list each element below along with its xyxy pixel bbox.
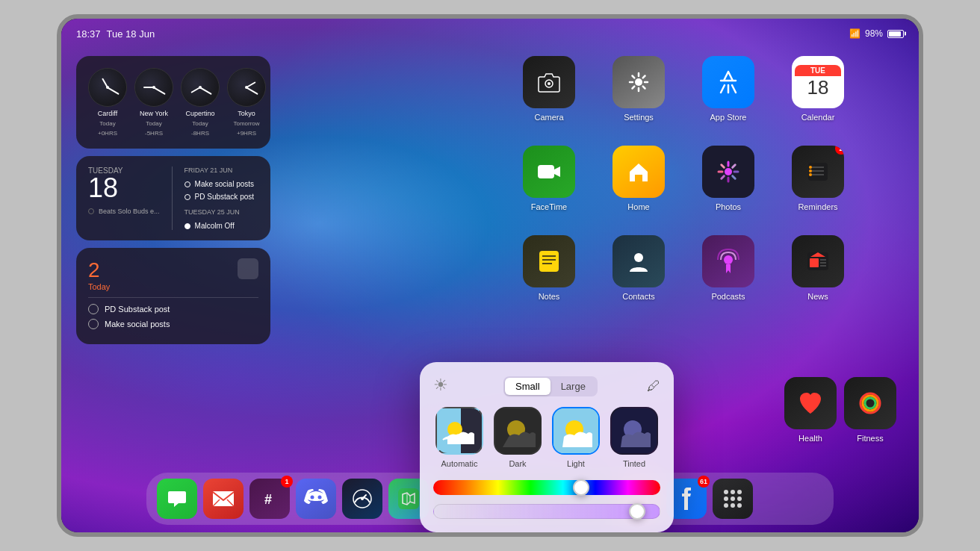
opacity-thumb[interactable]	[629, 503, 645, 520]
dock-slack[interactable]: # 1	[249, 479, 290, 519]
reminders-widget: 2 Today PD Substack post Make social pos…	[76, 248, 270, 344]
app-settings[interactable]: Settings	[598, 56, 680, 138]
cp-top-bar: ☀ Small Large 🖊	[433, 376, 660, 396]
svg-point-19	[809, 173, 812, 176]
svg-point-59	[731, 503, 735, 508]
small-toggle-btn[interactable]: Small	[505, 378, 551, 395]
battery-percent: 98%	[865, 28, 883, 39]
option-automatic[interactable]: Automatic	[435, 407, 483, 468]
battery-icon	[887, 30, 904, 38]
clock-newyork: New York Today -5HRS	[134, 68, 173, 137]
svg-rect-3	[538, 165, 554, 178]
clock-cupertino: Cupertino Today -8HRS	[181, 68, 220, 137]
app-reminders[interactable]: 2 Reminders	[777, 146, 859, 228]
reminders-widget-icon	[238, 258, 258, 279]
svg-point-35	[311, 496, 314, 499]
svg-point-4	[725, 168, 732, 175]
svg-rect-27	[810, 258, 819, 267]
svg-point-54	[737, 490, 742, 494]
app-camera[interactable]: Camera	[508, 56, 590, 138]
app-grid: Camera Settings App Store	[508, 56, 896, 317]
svg-point-39	[361, 497, 364, 500]
svg-point-52	[724, 490, 728, 494]
svg-line-12	[722, 176, 725, 179]
color-picker-popup: ☀ Small Large 🖊	[420, 362, 674, 532]
svg-text:#: #	[264, 492, 272, 507]
large-toggle-btn[interactable]: Large	[551, 378, 596, 395]
dock-discord[interactable]	[296, 479, 336, 519]
status-bar: 18:37 Tue 18 Jun 📶 98%	[76, 23, 904, 44]
svg-rect-40	[398, 488, 419, 509]
svg-point-56	[731, 496, 735, 501]
svg-point-18	[809, 169, 812, 172]
dock-speedtest[interactable]	[342, 479, 382, 519]
clock-tokyo: Tokyo Tomorrow +9HRS	[227, 68, 266, 137]
svg-line-10	[733, 176, 736, 179]
svg-point-55	[724, 496, 728, 501]
app-contacts[interactable]: Contacts	[598, 235, 680, 317]
health-fitness-row: Health Fitness	[784, 377, 896, 443]
color-thumb[interactable]	[573, 479, 589, 496]
option-light[interactable]: Light	[552, 407, 600, 468]
size-toggle: Small Large	[503, 376, 598, 396]
widgets-area: Cardiff Today +0HRS New York Today -5HRS	[76, 56, 270, 344]
svg-point-36	[318, 496, 322, 499]
wifi-icon: 📶	[849, 28, 860, 39]
svg-point-33	[865, 398, 875, 408]
rem-item-1: PD Substack post	[88, 304, 258, 314]
option-tinted[interactable]: Tinted	[610, 407, 658, 468]
app-notes[interactable]: Notes	[508, 235, 590, 317]
svg-point-17	[809, 166, 812, 169]
svg-point-2	[635, 78, 642, 86]
svg-point-1	[548, 82, 551, 85]
calendar-widget: TUESDAY 18 Beats Solo Buds e... FRIDAY 2…	[76, 156, 270, 240]
sun-icon: ☀	[433, 376, 454, 396]
eyedropper-icon[interactable]: 🖊	[647, 379, 660, 394]
svg-line-11	[733, 165, 736, 168]
opacity-slider[interactable]	[433, 504, 660, 519]
option-dark[interactable]: Dark	[494, 407, 542, 468]
app-appstore[interactable]: App Store	[687, 56, 769, 138]
dock-messages[interactable]	[157, 479, 197, 519]
app-health[interactable]: Health	[784, 377, 837, 443]
rem-item-2: Make social posts	[88, 319, 258, 329]
svg-rect-20	[539, 251, 559, 272]
wallpaper: 18:37 Tue 18 Jun 📶 98%	[61, 19, 919, 532]
app-home[interactable]: Home	[598, 146, 680, 228]
app-news[interactable]: News	[777, 235, 859, 317]
app-facetime[interactable]: FaceTime	[508, 146, 590, 228]
svg-point-57	[737, 496, 742, 501]
clock-widget: Cardiff Today +0HRS New York Today -5HRS	[76, 56, 270, 149]
svg-point-60	[737, 503, 742, 508]
app-fitness[interactable]: Fitness	[844, 377, 896, 443]
color-slider[interactable]	[433, 480, 660, 495]
svg-point-24	[634, 253, 643, 262]
ipad-frame: 18:37 Tue 18 Jun 📶 98%	[57, 14, 923, 537]
dock-launchpad[interactable]	[713, 479, 753, 519]
status-time: 18:37	[76, 28, 101, 40]
app-photos[interactable]: Photos	[687, 146, 769, 228]
dock-gmail[interactable]	[203, 479, 244, 519]
app-podcasts[interactable]: Podcasts	[687, 235, 769, 317]
clock-cardiff: Cardiff Today +0HRS	[88, 68, 127, 137]
svg-point-58	[724, 503, 728, 508]
svg-line-9	[722, 165, 725, 168]
svg-point-25	[724, 255, 733, 264]
style-options: Automatic Dark	[433, 407, 660, 468]
status-date: Tue 18 Jun	[107, 28, 155, 40]
svg-point-53	[731, 490, 735, 494]
app-calendar[interactable]: TUE 18 Calendar	[777, 56, 859, 138]
